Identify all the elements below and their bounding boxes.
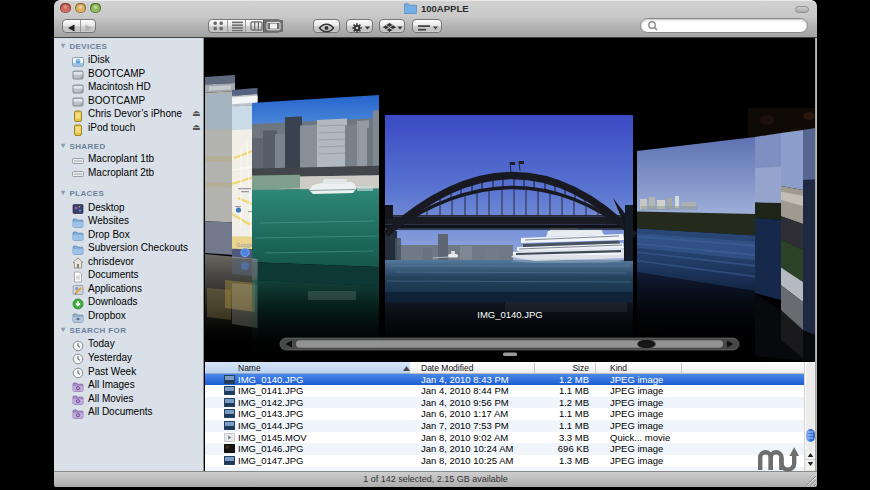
svg-text:IMG_0140.JPG: IMG_0140.JPG bbox=[477, 309, 542, 320]
svg-text:Google: Google bbox=[236, 242, 254, 248]
